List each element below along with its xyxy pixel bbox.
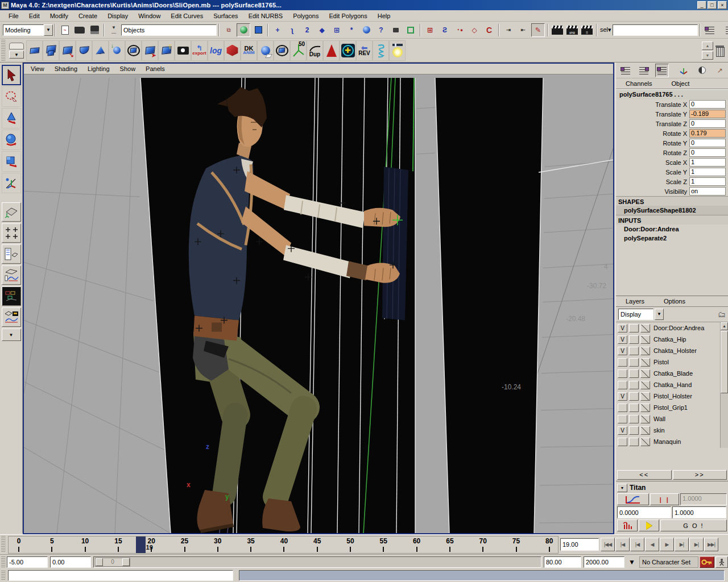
- layer-display-type-toggle[interactable]: [640, 324, 650, 332]
- channel-value-field[interactable]: 0.179: [689, 129, 726, 138]
- channel-value-field[interactable]: 0: [689, 119, 726, 128]
- shelf-light-icon[interactable]: [389, 40, 406, 61]
- select-hierarchy-icon[interactable]: ⧉: [222, 23, 235, 37]
- mode-selector[interactable]: ▼: [3, 24, 53, 36]
- layer-playback-toggle[interactable]: [629, 324, 639, 332]
- channel-value-field[interactable]: 0: [689, 100, 726, 109]
- shelf-tab[interactable]: [9, 43, 24, 49]
- menu-modify[interactable]: Modify: [45, 11, 73, 21]
- layer-visibility-toggle[interactable]: V: [618, 426, 627, 435]
- menu-edit-polygons[interactable]: Edit Polygons: [324, 11, 372, 21]
- menu-surfaces[interactable]: Surfaces: [208, 11, 243, 21]
- shape-item[interactable]: polySurfaceShape81802: [616, 206, 728, 215]
- layer-row[interactable]: Chatka_Blade: [616, 368, 728, 379]
- shelf-poly-cubes-icon[interactable]: [43, 40, 59, 61]
- input-item[interactable]: polySeparate2: [616, 234, 728, 243]
- range-drag-handle[interactable]: [1, 556, 6, 567]
- output-connections-icon[interactable]: ⇤: [516, 23, 530, 37]
- layer-display-type-toggle[interactable]: [640, 426, 650, 435]
- panel-layout-1-icon[interactable]: [619, 64, 632, 77]
- channel-value-field[interactable]: 1: [689, 168, 726, 176]
- layer-display-type-toggle[interactable]: [640, 392, 650, 401]
- viewport-menu-lighting[interactable]: Lighting: [88, 64, 115, 73]
- shelf-50-axis-icon[interactable]: 50: [290, 40, 307, 61]
- layer-visibility-toggle[interactable]: V: [618, 335, 627, 344]
- shelf-sphere-plane-icon[interactable]: [257, 40, 274, 61]
- layer-row[interactable]: Pistol: [616, 356, 728, 368]
- shelf-export-icon[interactable]: ↰export: [191, 40, 208, 61]
- time-slider-drag-handle[interactable]: [1, 536, 6, 552]
- viewport-menu-panels[interactable]: Panels: [146, 64, 171, 73]
- layout-four-pane-button[interactable]: [2, 223, 21, 243]
- render-globals-icon[interactable]: ⠿: [580, 23, 594, 37]
- mask-joints-icon[interactable]: ʅ: [286, 23, 299, 37]
- go-to-end-button[interactable]: ▶▶|: [704, 538, 718, 551]
- layer-display-type-toggle[interactable]: [640, 415, 650, 423]
- layout-persp-hypershade-button[interactable]: [2, 307, 21, 327]
- menu-window[interactable]: Window: [133, 11, 166, 21]
- layout-more-button[interactable]: ▼: [2, 329, 21, 341]
- restore-button[interactable]: □: [708, 1, 717, 9]
- scale-tool[interactable]: [2, 151, 21, 172]
- mask-rendering-icon[interactable]: [359, 23, 373, 37]
- step-forward-key-button[interactable]: ▶|: [689, 538, 704, 551]
- shelf-camera-icon[interactable]: [175, 40, 191, 61]
- layer-playback-toggle[interactable]: [629, 358, 639, 367]
- layer-display-type-toggle[interactable]: [640, 369, 650, 378]
- shelf-red-poly-icon[interactable]: [224, 40, 241, 61]
- mask-dynamics-icon[interactable]: *: [345, 23, 358, 37]
- layer-playback-toggle[interactable]: [629, 404, 639, 412]
- channel-value-field[interactable]: 0: [689, 139, 726, 147]
- command-line-drag-handle[interactable]: [1, 570, 6, 580]
- layer-visibility-toggle[interactable]: [618, 404, 627, 412]
- shelf-dup-icon[interactable]: Dup: [307, 40, 323, 61]
- go-to-start-button[interactable]: |◀◀: [601, 538, 615, 551]
- mask-handles-icon[interactable]: +: [271, 23, 284, 37]
- show-attribute-editor-icon[interactable]: [703, 23, 717, 37]
- layer-display-type-toggle[interactable]: [640, 358, 650, 367]
- arrow-ne-icon[interactable]: ↗: [713, 64, 727, 77]
- shelf-dk-anim-icon[interactable]: DKANIM: [241, 40, 257, 61]
- snap-plane-icon[interactable]: ◇: [468, 23, 481, 37]
- shelf-trash-icon[interactable]: [715, 45, 725, 56]
- layer-row[interactable]: Wall: [616, 413, 728, 425]
- mask-curves-icon[interactable]: 2: [300, 23, 314, 37]
- contrast-sphere-icon[interactable]: [695, 64, 709, 77]
- shelf-poly-extract-icon[interactable]: ↘: [59, 40, 76, 61]
- highlight-selection-icon[interactable]: [404, 23, 417, 37]
- range-dropdown-icon[interactable]: ▼: [625, 555, 639, 569]
- open-scene-icon[interactable]: [73, 23, 86, 37]
- step-back-key-button[interactable]: |◀: [615, 538, 630, 551]
- lasso-tool[interactable]: [2, 86, 21, 107]
- shelf-poly-lattice-icon[interactable]: ⣿: [158, 40, 175, 61]
- menu-create[interactable]: Create: [73, 11, 102, 21]
- shelf-poly-select-icon[interactable]: ➤: [142, 40, 158, 61]
- layer-visibility-toggle[interactable]: [618, 438, 627, 446]
- layout-hypergraph-button[interactable]: [2, 286, 21, 306]
- shelf-target-icon[interactable]: [340, 40, 356, 61]
- menu-edit-curves[interactable]: Edit Curves: [166, 11, 208, 21]
- channel-value-field[interactable]: on: [689, 187, 726, 196]
- layer-page-forward-button[interactable]: >>: [673, 470, 727, 480]
- lock-selection-icon[interactable]: [389, 23, 403, 37]
- menu-polygons[interactable]: Polygons: [288, 11, 324, 21]
- layer-row[interactable]: VChakta_Holster: [616, 345, 728, 356]
- ipr-render-icon[interactable]: IPR: [565, 23, 579, 37]
- layer-display-type-toggle[interactable]: [640, 335, 650, 344]
- viewport-menu-show[interactable]: Show: [120, 64, 142, 73]
- minimize-button[interactable]: _: [697, 1, 706, 9]
- toolbar-drag-handle[interactable]: [1, 23, 2, 37]
- layer-playback-toggle[interactable]: [629, 369, 639, 378]
- viewport-menu-view[interactable]: View: [31, 64, 50, 73]
- channel-value-field[interactable]: 0: [689, 148, 726, 157]
- layer-row[interactable]: Manaquin: [616, 436, 728, 447]
- animation-start-field[interactable]: [7, 556, 48, 568]
- input-connections-icon[interactable]: ⇥: [502, 23, 515, 37]
- shelf-drag-handle[interactable]: [1, 40, 6, 61]
- layers-menu[interactable]: Layers: [621, 296, 650, 306]
- objects-field[interactable]: [121, 24, 217, 36]
- layer-playback-toggle[interactable]: [629, 335, 639, 344]
- layer-row[interactable]: Pistol_Grip1: [616, 402, 728, 413]
- auto-keyframe-icon[interactable]: [700, 556, 714, 568]
- animation-preferences-icon[interactable]: [715, 556, 728, 568]
